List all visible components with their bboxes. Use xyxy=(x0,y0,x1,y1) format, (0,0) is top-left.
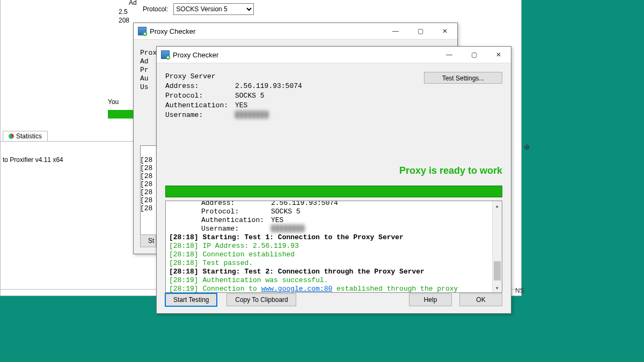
ns-fragment: NS xyxy=(515,287,524,294)
log-timestamp: [28:18] xyxy=(169,233,202,241)
close-button[interactable]: ✕ xyxy=(433,23,457,39)
list-fragment-1: 2.5 xyxy=(119,8,128,16)
log-timestamp: [28:18] xyxy=(169,250,202,258)
help-button[interactable]: Help xyxy=(409,293,452,306)
log-panel: Address:2.56.119.93:5074 Protocol:SOCKS … xyxy=(165,201,502,293)
app-icon xyxy=(138,27,147,35)
crosshair-icon: ⊕ xyxy=(524,143,530,151)
minimize-button[interactable]: — xyxy=(383,23,408,39)
minimize-button[interactable]: — xyxy=(437,47,462,63)
log-line: [28:19] Connection to www.google.com:80 … xyxy=(169,285,489,292)
scroll-track[interactable] xyxy=(493,210,502,283)
info-header: Proxy Server xyxy=(165,72,302,82)
list-fragment-2: 208 xyxy=(119,17,129,24)
log-line: [28:18] Starting: Test 2: Connection thr… xyxy=(169,268,489,276)
tab-label: Statistics xyxy=(16,132,42,140)
log-info-value: 2.56.119.93:5074 xyxy=(271,201,338,207)
info-key: Authentication: xyxy=(165,101,235,110)
app-icon xyxy=(161,50,170,59)
maximize-button[interactable]: ▢ xyxy=(462,47,486,63)
log-timestamp: [28:18] xyxy=(169,242,202,250)
log-text: Starting: Test 1: Connection to the Prox… xyxy=(202,233,403,241)
app-title-fragment: to Proxifier v4.11 x64 xyxy=(3,156,63,164)
log-info-key: Authentication: xyxy=(201,216,271,225)
pie-chart-icon xyxy=(9,134,14,139)
test-settings-button[interactable]: Test Settings... xyxy=(424,72,502,84)
close-button[interactable]: ✕ xyxy=(486,47,511,63)
log-text: Connection established xyxy=(202,250,295,258)
info-value: 2.56.119.93:5074 xyxy=(235,82,302,90)
log-content[interactable]: Address:2.56.119.93:5074 Protocol:SOCKS … xyxy=(166,201,493,292)
titlebar[interactable]: Proxy Checker — ▢ ✕ xyxy=(134,23,457,40)
log-text: Test passed. xyxy=(202,259,253,267)
protocol-select[interactable]: SOCKS Version 5 xyxy=(173,3,254,15)
protocol-row: Protocol: SOCKS Version 5 xyxy=(143,2,254,17)
log-line: [28:18] IP Address: 2.56.119.93 xyxy=(169,242,489,250)
titlebar[interactable]: Proxy Checker — ▢ ✕ xyxy=(157,47,511,63)
window-title: Proxy Checker xyxy=(173,51,218,59)
protocol-label: Protocol: xyxy=(143,5,168,13)
log-info-value-redacted: ████████ xyxy=(271,225,304,233)
log-timestamp: [28:18] xyxy=(169,268,202,276)
you-fragment: You xyxy=(108,98,119,106)
info-key: Username: xyxy=(165,110,235,120)
info-value-redacted: ████████ xyxy=(235,111,268,119)
proxy-info: Proxy Server Address:2.56.119.93:5074 Pr… xyxy=(165,72,302,120)
tab-statistics[interactable]: Statistics xyxy=(3,131,48,141)
log-timestamp: [28:18] xyxy=(169,259,202,267)
status-text: Proxy is ready to work xyxy=(399,165,502,176)
proxy-checker-window: Proxy Checker — ▢ ✕ Proxy Server Address… xyxy=(156,46,511,314)
log-line: [28:18] Test passed. xyxy=(169,259,489,268)
info-value: SOCKS 5 xyxy=(235,92,265,100)
log-info-key: Address: xyxy=(201,201,271,208)
log-line: [28:19] Authentication was successful. xyxy=(169,276,489,285)
info-key: Address: xyxy=(165,82,235,91)
scroll-down-button[interactable]: ▾ xyxy=(493,283,502,292)
log-text: IP Address: 2.56.119.93 xyxy=(202,242,298,250)
log-text: Connection to www.google.com:80 establis… xyxy=(169,285,458,292)
log-scrollbar[interactable]: ▴ ▾ xyxy=(492,201,502,292)
button-row: Start Testing Copy To Clipboard Help OK xyxy=(165,293,502,306)
start-testing-button-fragment[interactable]: St xyxy=(140,234,156,247)
back-progress-fragment xyxy=(108,110,134,119)
log-timestamp: [28:19] xyxy=(169,285,202,292)
log-info-value: SOCKS 5 xyxy=(271,208,301,216)
log-info-value: YES xyxy=(271,216,283,224)
log-timestamp: [28:19] xyxy=(169,276,202,284)
info-key: Protocol: xyxy=(165,91,235,101)
info-value: YES xyxy=(235,101,247,109)
maximize-button[interactable]: ▢ xyxy=(408,23,433,39)
log-text: Authentication was successful. xyxy=(202,276,328,284)
copy-to-clipboard-button[interactable]: Copy To Clipboard xyxy=(226,293,296,306)
log-text: Starting: Test 2: Connection through the… xyxy=(202,268,424,276)
log-line: [28:18] Starting: Test 1: Connection to … xyxy=(169,233,489,242)
window-title: Proxy Checker xyxy=(150,27,195,35)
log-info-key: Protocol: xyxy=(201,208,271,216)
log-link[interactable]: www.google.com:80 xyxy=(261,285,333,292)
log-line: [28:18] Connection established xyxy=(169,250,489,259)
start-testing-button[interactable]: Start Testing xyxy=(165,293,217,306)
progress-bar xyxy=(165,186,502,197)
scroll-up-button[interactable]: ▴ xyxy=(493,201,502,210)
scroll-thumb[interactable] xyxy=(494,261,501,280)
addr-label-fragment: Ad xyxy=(129,0,137,6)
ok-button[interactable]: OK xyxy=(459,293,502,306)
log-info-key: Username: xyxy=(201,225,271,233)
